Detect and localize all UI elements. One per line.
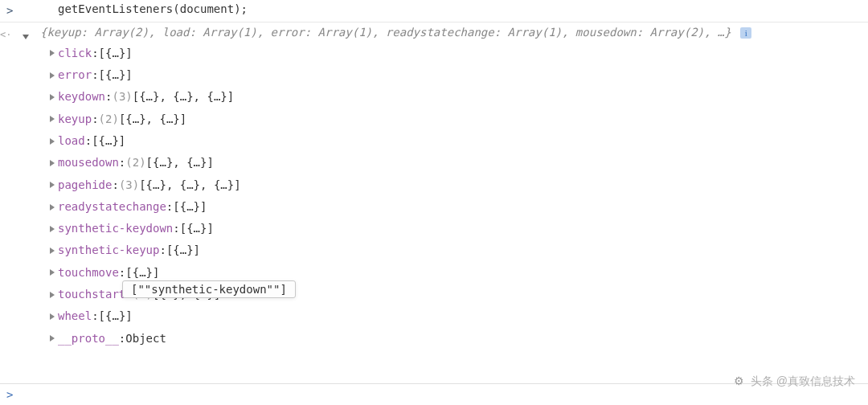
colon: : — [105, 86, 112, 108]
property-row[interactable]: pagehide: (3) [{…}, {…}, {…}] — [48, 174, 868, 196]
expand-right-icon[interactable] — [50, 292, 55, 298]
proto-key: __proto__ — [58, 328, 119, 350]
array-count: (3) — [112, 86, 132, 108]
expand-right-icon[interactable] — [50, 335, 55, 342]
colon: : — [92, 64, 98, 86]
prompt-gutter: > — [6, 0, 29, 21]
property-row[interactable]: load: [{…}] — [48, 130, 868, 152]
command-text[interactable]: getEventListeners(document); — [29, 0, 868, 19]
property-value: [{…}] — [166, 239, 200, 261]
colon: : — [173, 218, 179, 239]
property-value: [{…}] — [99, 64, 133, 86]
property-value: [{…}] — [173, 196, 207, 218]
property-key: error — [58, 64, 92, 86]
expand-right-icon[interactable] — [50, 313, 55, 320]
input-prompt-icon: > — [6, 2, 13, 21]
proto-row[interactable]: __proto__: Object — [48, 328, 868, 350]
colon: : — [92, 43, 98, 64]
property-key: mousedown — [58, 152, 119, 174]
property-key: keydown — [58, 86, 105, 108]
property-key: keyup — [58, 108, 92, 130]
summary-value: {keyup: Array(2), load: Array(1), error:… — [40, 26, 731, 39]
property-value: [{…}, {…}] — [119, 108, 186, 130]
colon: : — [92, 108, 98, 130]
property-value: [{…}] — [180, 218, 214, 239]
property-value: [{…}] — [99, 43, 133, 64]
proto-value: Object — [125, 328, 166, 350]
property-key: wheel — [58, 305, 92, 327]
expand-right-icon[interactable] — [50, 204, 55, 211]
colon: : — [119, 328, 125, 350]
property-row[interactable]: synthetic-keydown: [{…}] — [48, 218, 868, 239]
colon: : — [85, 130, 92, 152]
expand-right-icon[interactable] — [50, 226, 55, 232]
expand-right-icon[interactable] — [50, 138, 55, 145]
property-key: touchstart — [58, 284, 125, 305]
watermark-logo-icon: ⚙ — [734, 374, 744, 387]
property-row[interactable]: keyup: (2) [{…}, {…}] — [48, 108, 868, 130]
expand-right-icon[interactable] — [50, 248, 55, 254]
property-key: readystatechange — [58, 196, 166, 218]
colon: : — [119, 152, 125, 174]
property-value: [{…}] — [92, 130, 125, 152]
console-input-line: > getEventListeners(document); — [0, 0, 868, 21]
property-key: touchmove — [58, 262, 119, 284]
summary-text[interactable]: {keyup: Array(2), load: Array(1), error:… — [37, 26, 868, 43]
expand-right-icon[interactable] — [50, 269, 55, 276]
array-count: (2) — [99, 108, 119, 130]
property-row[interactable]: mousedown: (2) [{…}, {…}] — [48, 152, 868, 174]
property-key: load — [58, 130, 85, 152]
property-value: [{…}, {…}, {…}] — [139, 174, 240, 196]
expand-right-icon[interactable] — [50, 160, 55, 166]
output-prompt-icon: <· — [0, 29, 11, 40]
expand-right-icon[interactable] — [50, 116, 55, 122]
expand-right-icon[interactable] — [50, 72, 55, 79]
property-value: [{…}, {…}] — [146, 152, 214, 174]
expand-right-icon[interactable] — [50, 94, 55, 100]
expand-right-icon[interactable] — [50, 50, 55, 56]
property-key: click — [58, 43, 92, 64]
property-row[interactable]: click: [{…}] — [48, 43, 868, 64]
property-list: click: [{…}]error: [{…}]keydown: (3) [{…… — [0, 43, 868, 350]
property-row[interactable]: synthetic-keyup: [{…}] — [48, 239, 868, 261]
output-gutter: <· — [0, 26, 23, 43]
watermark: ⚙ 头条 @真致信息技术 — [734, 374, 855, 389]
expand-right-icon[interactable] — [50, 182, 55, 188]
property-key: synthetic-keyup — [58, 239, 159, 261]
console-output-line: <· {keyup: Array(2), load: Array(1), err… — [0, 22, 868, 43]
input-prompt-icon: > — [6, 388, 13, 401]
watermark-text: 头条 @真致信息技术 — [751, 374, 855, 387]
toggle-cell — [23, 26, 37, 43]
colon: : — [166, 196, 173, 218]
property-key: pagehide — [58, 174, 112, 196]
array-count: (3) — [119, 174, 139, 196]
colon: : — [159, 239, 166, 261]
property-row[interactable]: keydown: (3) [{…}, {…}, {…}] — [48, 86, 868, 108]
property-key: synthetic-keydown — [58, 218, 173, 239]
property-row[interactable]: wheel: [{…}] — [48, 305, 868, 327]
colon: : — [112, 174, 118, 196]
info-icon[interactable]: i — [740, 27, 751, 39]
tooltip: [""synthetic-keydown""] — [122, 280, 296, 298]
array-count: (2) — [125, 152, 145, 174]
colon: : — [92, 305, 98, 327]
property-row[interactable]: readystatechange: [{…}] — [48, 196, 868, 218]
property-value: [{…}] — [99, 305, 133, 327]
property-value: [{…}, {…}, {…}] — [133, 86, 234, 108]
property-row[interactable]: error: [{…}] — [48, 64, 868, 86]
expand-toggle-icon[interactable] — [23, 35, 29, 39]
